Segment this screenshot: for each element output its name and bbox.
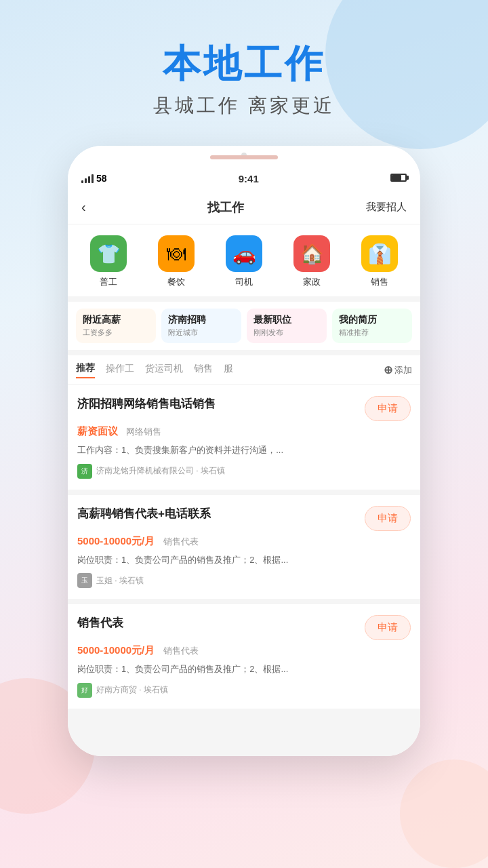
tab-operator[interactable]: 操作工 bbox=[106, 363, 134, 378]
job-list: 济阳招聘网络销售电话销售 申请 薪资面议 网络销售 工作内容：1、负责搜集新客户… bbox=[68, 385, 420, 709]
job-salary-job2: 5000-10000元/月 bbox=[77, 535, 155, 547]
job-card-job1[interactable]: 济阳招聘网络销售电话销售 申请 薪资面议 网络销售 工作内容：1、负责搜集新客户… bbox=[68, 385, 420, 490]
tab-add-label: 添加 bbox=[394, 364, 412, 376]
category-item-driver[interactable]: 🚗 司机 bbox=[226, 235, 262, 288]
quick-card-resume[interactable]: 我的简历 精准推荐 bbox=[332, 309, 412, 343]
job-type-job3: 销售代表 bbox=[163, 646, 199, 656]
category-label-food: 餐饮 bbox=[167, 276, 185, 288]
job-desc-job3: 岗位职责：1、负责公司产品的销售及推广；2、根据... bbox=[77, 663, 411, 676]
job-company-job2: 玉 玉姐 · 埃石镇 bbox=[77, 573, 411, 588]
back-button[interactable]: ‹ bbox=[81, 199, 86, 215]
category-icon-housekeeping: 🏠 bbox=[293, 235, 330, 272]
company-name-job3: 好南方商贸 · 埃石镇 bbox=[96, 684, 168, 696]
sub-title: 县城工作 离家更近 bbox=[0, 93, 488, 119]
status-time: 9:41 bbox=[239, 173, 259, 184]
company-name-job2: 玉姐 · 埃石镇 bbox=[96, 575, 144, 587]
category-item-general[interactable]: 👕 普工 bbox=[90, 235, 127, 288]
signal-icon bbox=[81, 174, 94, 183]
job-type-job2: 销售代表 bbox=[163, 536, 199, 547]
phone-top-bar bbox=[68, 146, 420, 166]
job-company-job3: 好 好南方商贸 · 埃石镇 bbox=[77, 683, 411, 698]
status-bar: 58 9:41 bbox=[68, 166, 420, 191]
category-item-food[interactable]: 🍽 餐饮 bbox=[158, 235, 195, 288]
apply-button-job3[interactable]: 申请 bbox=[365, 615, 411, 640]
job-header: 高薪聘销售代表+电话联系 申请 bbox=[77, 506, 411, 531]
company-avatar-job2: 玉 bbox=[77, 573, 92, 588]
category-label-housekeeping: 家政 bbox=[303, 276, 321, 288]
job-desc-job1: 工作内容：1、负责搜集新客户的资料并进行沟通，... bbox=[77, 443, 411, 457]
quick-card-sub-jinan: 附近城市 bbox=[168, 328, 235, 338]
company-avatar-job3: 好 bbox=[77, 683, 92, 698]
phone-notch-bar bbox=[210, 155, 278, 159]
phone-mockup: 58 9:41 ‹ 找工作 我要招人 👕 普工 🍽 餐饮 🚗 司机 bbox=[68, 146, 420, 756]
quick-card-title-latest: 最新职位 bbox=[253, 314, 320, 326]
category-label-driver: 司机 bbox=[235, 276, 253, 288]
category-icon-sales: 👔 bbox=[361, 235, 398, 272]
quick-card-sub-latest: 刚刚发布 bbox=[253, 328, 320, 338]
battery-fill bbox=[392, 175, 401, 180]
quick-access-section: 附近高薪 工资多多 济南招聘 附近城市 最新职位 刚刚发布 我的简历 精准推荐 bbox=[68, 302, 420, 350]
status-left: 58 bbox=[81, 173, 107, 184]
tab-recommend[interactable]: 推荐 bbox=[76, 362, 95, 378]
company-name-job1: 济南龙铭升降机械有限公司 · 埃石镇 bbox=[96, 465, 225, 477]
job-title-job2: 高薪聘销售代表+电话联系 bbox=[77, 506, 357, 522]
quick-card-sub-resume: 精准推荐 bbox=[339, 328, 405, 338]
job-card-job3[interactable]: 销售代表 申请 5000-10000元/月 销售代表 岗位职责：1、负责公司产品… bbox=[68, 604, 420, 709]
job-type-job1: 网络销售 bbox=[126, 427, 161, 437]
apply-button-job1[interactable]: 申请 bbox=[365, 396, 411, 421]
quick-card-title-jinan: 济南招聘 bbox=[168, 314, 235, 326]
category-icon-driver: 🚗 bbox=[226, 235, 262, 272]
tab-add-button[interactable]: ⊕添加 bbox=[384, 363, 412, 376]
category-icon-food: 🍽 bbox=[158, 235, 195, 272]
content-area: 👕 普工 🍽 餐饮 🚗 司机 🏠 家政 👔 销售 附近高薪 工资多多 济南招聘 … bbox=[68, 224, 420, 756]
company-avatar-job1: 济 bbox=[77, 464, 92, 479]
header-area: 本地工作 县城工作 离家更近 bbox=[0, 0, 488, 132]
tab-more[interactable]: 服 bbox=[224, 363, 233, 378]
quick-card-nearby_high[interactable]: 附近高薪 工资多多 bbox=[76, 309, 156, 343]
category-icon-general: 👕 bbox=[90, 235, 127, 272]
category-item-sales[interactable]: 👔 销售 bbox=[361, 235, 398, 288]
quick-card-title-resume: 我的简历 bbox=[339, 314, 405, 326]
job-salary-job1: 薪资面议 bbox=[77, 425, 118, 437]
tab-sales[interactable]: 销售 bbox=[194, 363, 213, 378]
job-card-job2[interactable]: 高薪聘销售代表+电话联系 申请 5000-10000元/月 销售代表 岗位职责：… bbox=[68, 495, 420, 599]
nav-title: 找工作 bbox=[207, 199, 244, 216]
category-item-housekeeping[interactable]: 🏠 家政 bbox=[293, 235, 330, 288]
category-section: 👕 普工 🍽 餐饮 🚗 司机 🏠 家政 👔 销售 bbox=[68, 224, 420, 296]
apply-button-job2[interactable]: 申请 bbox=[365, 506, 411, 531]
quick-card-title-nearby_high: 附近高薪 bbox=[83, 314, 149, 326]
category-label-general: 普工 bbox=[100, 276, 117, 288]
signal-strength: 58 bbox=[96, 173, 107, 184]
quick-card-latest[interactable]: 最新职位 刚刚发布 bbox=[247, 309, 327, 343]
bg-decoration-bottom-right bbox=[400, 760, 488, 868]
battery-icon bbox=[390, 173, 407, 184]
quick-card-jinan[interactable]: 济南招聘 附近城市 bbox=[161, 309, 241, 343]
quick-card-sub-nearby_high: 工资多多 bbox=[83, 328, 149, 338]
category-label-sales: 销售 bbox=[371, 276, 388, 288]
tab-bar: 推荐操作工货运司机销售服⊕添加 bbox=[68, 355, 420, 385]
job-header: 销售代表 申请 bbox=[77, 615, 411, 640]
job-title-job3: 销售代表 bbox=[77, 615, 357, 631]
main-title: 本地工作 bbox=[0, 41, 488, 86]
job-desc-job2: 岗位职责：1、负责公司产品的销售及推广；2、根据... bbox=[77, 553, 411, 567]
job-salary-job3: 5000-10000元/月 bbox=[77, 644, 155, 656]
nav-bar: ‹ 找工作 我要招人 bbox=[68, 191, 420, 224]
job-company-job1: 济 济南龙铭升降机械有限公司 · 埃石镇 bbox=[77, 464, 411, 479]
nav-action-button[interactable]: 我要招人 bbox=[366, 201, 407, 214]
job-title-job1: 济阳招聘网络销售电话销售 bbox=[77, 396, 357, 412]
tab-driver[interactable]: 货运司机 bbox=[145, 363, 183, 378]
job-header: 济阳招聘网络销售电话销售 申请 bbox=[77, 396, 411, 421]
